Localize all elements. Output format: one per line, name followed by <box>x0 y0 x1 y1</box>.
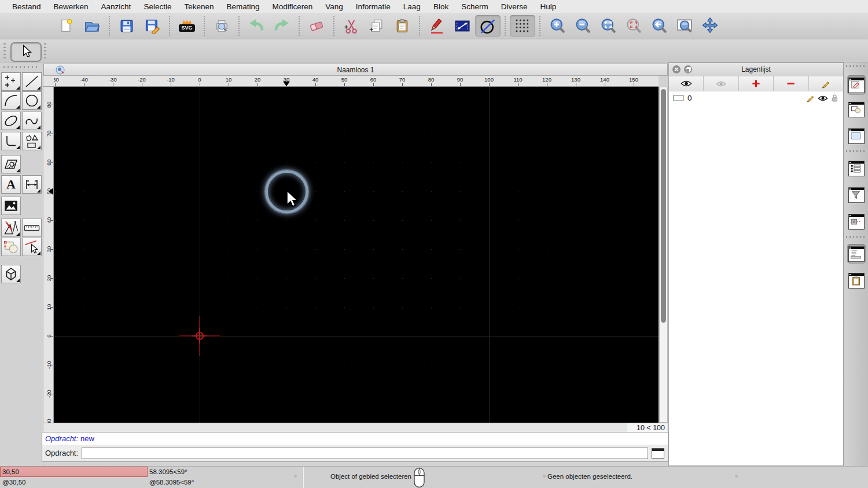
pan-button[interactable] <box>697 14 723 38</box>
svg-export-button[interactable]: SVG <box>174 14 200 38</box>
zoom-in-button[interactable] <box>545 14 570 38</box>
circle-line-button[interactable] <box>475 15 501 37</box>
draw-pencil-button[interactable] <box>424 14 450 38</box>
undo-button[interactable] <box>244 14 269 38</box>
horizontal-ruler: -50-40-30-20-100102030405060708090100110… <box>54 76 659 87</box>
tool-arc[interactable] <box>1 91 21 110</box>
menu-item-bewerken[interactable]: Bewerken <box>47 2 95 11</box>
dock-drag-handle[interactable] <box>846 65 867 67</box>
menu-item-tekenen[interactable]: Tekenen <box>178 2 220 11</box>
zoom-extents-icon <box>599 17 617 35</box>
menu-item-scherm[interactable]: Scherm <box>455 2 495 11</box>
dimension-button[interactable] <box>450 14 475 38</box>
paste-button[interactable] <box>389 14 415 38</box>
menu-item-informatie[interactable]: Informatie <box>350 2 397 11</box>
tool-text[interactable]: A <box>1 175 21 194</box>
eraser-button[interactable] <box>304 14 329 38</box>
vertical-scrollbar[interactable] <box>659 87 668 423</box>
menu-item-vang[interactable]: Vang <box>319 2 350 11</box>
layer-remove-button[interactable] <box>774 76 808 91</box>
menu-item-diverse[interactable]: Diverse <box>495 2 534 11</box>
tool-image[interactable] <box>1 197 21 215</box>
ruler-tick <box>142 83 142 86</box>
save-button[interactable] <box>114 14 139 38</box>
layer-name: 0 <box>687 94 806 102</box>
text-tool-icon: A <box>6 178 16 191</box>
layer-hide-button[interactable] <box>704 76 738 91</box>
zoom-previous-button[interactable] <box>646 14 672 38</box>
layer-lock-icon[interactable] <box>831 94 838 102</box>
ruler-tick <box>518 83 518 86</box>
panel-dock-button[interactable] <box>684 65 692 73</box>
tool-circle[interactable] <box>22 91 42 110</box>
tool-polygon[interactable] <box>22 132 42 150</box>
circle-object[interactable] <box>265 170 308 213</box>
layers-panel-titlebar[interactable]: Lagenlijst <box>669 63 843 76</box>
command-input[interactable] <box>82 448 648 459</box>
zoom-extents-button[interactable] <box>595 14 621 38</box>
toolbar-separator <box>204 16 205 36</box>
shapes-panel-icon[interactable] <box>847 99 866 119</box>
main-toolbar: SVG <box>0 13 868 39</box>
layer-show-all-button[interactable] <box>669 76 704 91</box>
list-panel-icon[interactable] <box>847 158 866 178</box>
tool-points[interactable] <box>1 72 21 91</box>
menu-item-selectie[interactable]: Selectie <box>137 2 178 11</box>
menu-item-aanzicht[interactable]: Aanzicht <box>95 2 138 11</box>
redo-button[interactable] <box>269 14 295 38</box>
save-as-button[interactable] <box>139 14 165 38</box>
cut-button[interactable] <box>339 14 364 38</box>
open-file-button[interactable] <box>79 14 105 38</box>
grid-toggle-button[interactable] <box>510 15 535 37</box>
tool-polyline[interactable] <box>1 132 21 150</box>
menu-item-bestand[interactable]: Bestand <box>6 2 47 11</box>
menu-item-laag[interactable]: Laag <box>397 2 427 11</box>
command-window-button[interactable] <box>652 448 664 459</box>
tool-ruler[interactable] <box>22 219 42 237</box>
flyout-indicator <box>37 105 41 109</box>
menu-item-hulp[interactable]: Hulp <box>534 2 562 11</box>
undo-icon <box>248 17 265 35</box>
zoom-selected-button[interactable] <box>621 14 646 38</box>
menu-item-modificeren[interactable]: Modificeren <box>266 2 319 11</box>
layer-edit-button[interactable] <box>809 76 843 91</box>
layer-edit-icon[interactable] <box>806 94 815 102</box>
menu-item-blok[interactable]: Blok <box>427 2 455 11</box>
layer-visible-icon[interactable] <box>818 95 828 102</box>
copy-button[interactable] <box>364 14 389 38</box>
active-tool-select-arrow[interactable] <box>10 42 42 62</box>
tool-select-line[interactable] <box>22 238 42 256</box>
document-titlebar[interactable]: Naamloos 1 <box>43 64 668 76</box>
toolbar-drag-handle[interactable] <box>44 43 46 58</box>
layer-row[interactable]: 0 <box>669 91 843 105</box>
zoom-window-button[interactable] <box>672 14 697 38</box>
tool-modify-shapes[interactable] <box>1 238 21 256</box>
vertical-scrollbar-thumb[interactable] <box>661 89 666 323</box>
filter-panel-icon[interactable] <box>847 185 866 205</box>
tool-drafting[interactable] <box>1 219 21 237</box>
blank-panel-icon[interactable] <box>847 126 866 146</box>
tool-spline[interactable] <box>22 112 42 130</box>
drawing-canvas[interactable] <box>54 87 659 423</box>
properties-panel-icon[interactable] <box>847 75 866 95</box>
ruler-tick <box>634 83 634 86</box>
tool-ellipse[interactable] <box>1 112 21 130</box>
zoom-out-button[interactable] <box>570 14 595 38</box>
toolbar-drag-handle[interactable] <box>3 43 6 58</box>
projector-panel-icon[interactable] <box>847 212 866 231</box>
command-panel-icon[interactable] <box>847 244 866 264</box>
menu-item-bemating[interactable]: Bemating <box>220 2 266 11</box>
layer-color-swatch[interactable] <box>674 95 683 101</box>
tool-line[interactable] <box>22 72 42 91</box>
ruler-tick <box>315 83 316 86</box>
tool-hatch[interactable] <box>1 155 21 173</box>
ruler-label: 80 <box>424 76 439 83</box>
palette-drag-handle[interactable] <box>3 66 39 68</box>
new-document-button[interactable] <box>54 14 79 38</box>
clipboard-panel-icon[interactable] <box>847 271 866 290</box>
print-preview-button[interactable] <box>209 14 234 38</box>
panel-close-button[interactable] <box>672 65 681 73</box>
tool-dimension-tool[interactable] <box>22 175 42 194</box>
layer-add-button[interactable] <box>739 76 774 91</box>
tool-box-3d[interactable] <box>1 265 21 283</box>
